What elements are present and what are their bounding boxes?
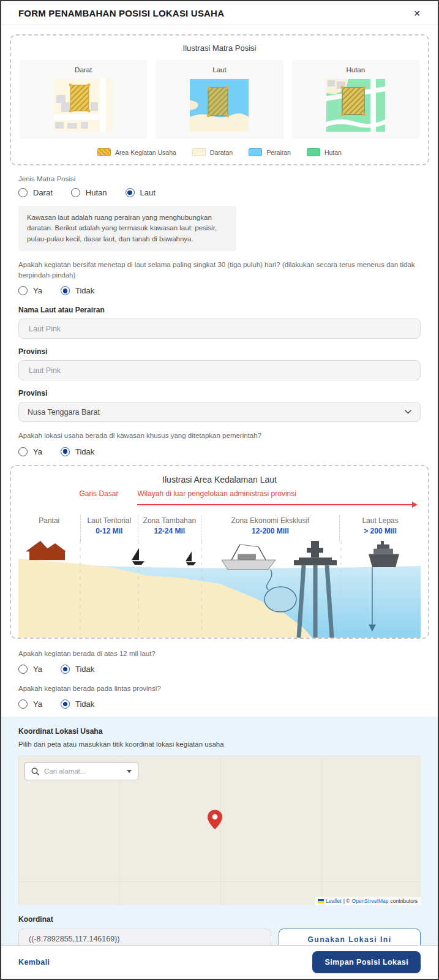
oil-rig-icon [294,541,337,638]
matra-illustration-title: Ilustrasi Matra Posisi [20,43,419,53]
radio-label: Hutan [86,188,107,197]
matra-card-label: Hutan [297,66,415,74]
question-text: Apakah lokasi usaha berada di kawasan kh… [18,431,421,441]
radio-ya[interactable]: Ya [18,699,42,709]
provinsi-select-field: Provinsi Nusa Tenggara Barat [1,389,438,422]
radio-label: Laut [140,188,156,197]
sea-depth-illustration [18,541,421,638]
radio-label: Darat [33,188,53,197]
depth-zone-labels: Pantai Laut Teritorial 0-12 Mil Zona Tam… [18,515,421,541]
radio-circle [71,188,80,197]
radio-label: Tidak [75,699,94,709]
radio-tidak[interactable]: Tidak [61,447,94,456]
matra-card-label: Laut [160,66,278,74]
legend-item-area: Area Kegiatan Usaha [97,148,176,156]
simpan-posisi-button[interactable]: Simpan Posisi Lokasi [312,951,421,973]
radio-ya[interactable]: Ya [18,447,42,456]
legend-swatch-perairan [249,148,262,156]
radio-hutan[interactable]: Hutan [71,188,107,197]
radio-tidak[interactable]: Tidak [61,699,94,709]
close-icon[interactable]: ✕ [413,9,421,18]
legend-label: Perairan [266,149,291,156]
map-marker-icon[interactable] [208,810,222,829]
kembali-link[interactable]: Kembali [18,958,50,967]
radio-label: Tidak [75,447,94,456]
sailboat-icon [186,551,196,565]
question-text: Apakah kegiatan bersifat menetap di laut… [18,260,421,281]
radio-label: Ya [33,665,42,674]
nama-laut-input[interactable] [18,318,421,339]
wilayah-label: Wilayah di luar pengelolaan administrasi… [137,489,296,498]
question-kawasan-khusus: Apakah lokasi usaha berada di kawasan kh… [1,431,438,456]
provinsi-select[interactable]: Nusa Tenggara Barat [18,402,421,422]
map-search-control[interactable]: Cari alamat... [24,762,138,780]
radio-circle-selected [61,286,70,295]
radio-ya[interactable]: Ya [18,665,42,674]
attribution-separator: | © [343,898,350,904]
legend-swatch-hutan [307,148,320,156]
question-12mil: Apakah kegiatan berada di atas 12 mil la… [1,649,438,674]
question-text: Apakah kegiatan berada pada lintas provi… [18,684,421,694]
question-menetap: Apakah kegiatan bersifat menetap di laut… [1,260,438,296]
leaflet-link[interactable]: Leaflet [326,898,342,904]
provinsi-input[interactable] [18,360,421,380]
zone-name: Pantai [18,516,80,525]
legend-item-daratan: Daratan [192,148,233,156]
radio-label: Ya [33,447,42,456]
ukraine-flag-icon [318,899,324,903]
openstreetmap-link[interactable]: OpenStreetMap [352,898,389,904]
jenis-matra-section: Jenis Matra Posisi Darat Hutan Laut [1,175,438,197]
provinsi-select-label: Provinsi [18,389,421,398]
koordinat-label: Koordinat [18,915,421,924]
radio-tidak[interactable]: Tidak [61,665,94,674]
nama-laut-label: Nama Laut atau Perairan [18,306,421,314]
provinsi-text-field: Provinsi [1,347,438,380]
zone-range: > 200 Mill [340,527,421,535]
radio-circle-selected [61,699,70,709]
question-radios: Ya Tidak [18,699,421,709]
search-placeholder: Cari alamat... [44,767,122,775]
zone-zona-tambahan: Zona Tambahan 12-24 Mil [138,515,200,541]
legend-swatch-area [97,148,111,156]
matra-card-darat: Darat [20,60,147,139]
matra-legend: Area Kegiatan Usaha Daratan Perairan Hut… [20,148,419,156]
red-arrow [137,504,416,505]
legend-item-hutan: Hutan [307,148,342,156]
depth-red-row: Garis Dasar Wilayah di luar pengelolaan … [18,488,421,515]
zone-name: Zona Tambahan [138,516,200,525]
radio-laut[interactable]: Laut [126,188,156,197]
radio-circle [18,699,28,709]
matra-card-laut: Laut [156,60,283,139]
radio-circle [18,188,28,197]
zone-range: 12-24 Mil [138,527,200,535]
jenis-matra-label: Jenis Matra Posisi [18,175,421,183]
map-attribution: Leaflet | © OpenStreetMap contributors [315,897,421,905]
legend-item-perairan: Perairan [249,148,291,156]
search-dropdown-caret-icon[interactable] [127,770,132,773]
radio-circle [18,286,28,295]
question-radios: Ya Tidak [18,286,421,295]
matra-card-hutan: Hutan [292,60,419,139]
question-radios: Ya Tidak [18,665,421,674]
matra-illustration-box: Ilustrasi Matra Posisi Darat [10,34,429,165]
radio-tidak[interactable]: Tidak [61,286,94,295]
house-icon [26,541,66,560]
zone-range: 12-200 Mill [201,527,340,535]
radio-circle-selected [126,188,135,197]
radio-label: Tidak [75,286,94,295]
zone-laut-lepas: Laut Lepas > 200 Mill [339,515,421,541]
depth-title: Ilustrasi Area Kedalaman Laut [18,475,421,484]
radio-darat[interactable]: Darat [18,188,53,197]
zone-range: 0-12 Mil [81,527,138,535]
matra-card-label: Darat [24,66,142,74]
nama-laut-field: Nama Laut atau Perairan [1,306,438,339]
search-icon [31,767,39,775]
leaflet-map[interactable]: Cari alamat... Leaflet | © OpenStreetMap… [18,756,421,905]
form-penambahan-posisi-modal: FORM PENAMBAHAN POSISI LOKASI USAHA ✕ Il… [0,0,439,980]
zone-ekonomi-eksklusif: Zona Ekonomi Eksklusif 12-200 Mill [201,515,340,541]
radio-ya[interactable]: Ya [18,286,42,295]
question-text: Apakah kegiatan berada di atas 12 mil la… [18,649,421,659]
depth-illustration-box: Ilustrasi Area Kedalaman Laut Garis Dasa… [10,465,429,639]
zone-name: Laut Teritorial [81,516,138,525]
legend-swatch-daratan [192,148,206,156]
